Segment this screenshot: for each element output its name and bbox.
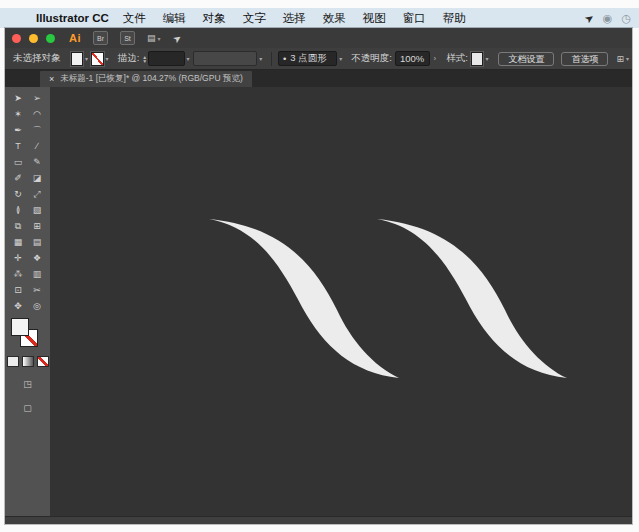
zoom-window-button[interactable] — [46, 34, 55, 43]
selection-tool[interactable]: ➤ — [9, 90, 28, 106]
free-transform-tool[interactable]: ▧ — [28, 202, 47, 218]
stroke-weight-stepper[interactable]: ▲ ▼ — [142, 55, 147, 63]
traffic-lights — [12, 34, 55, 43]
stock-icon[interactable]: St — [120, 31, 135, 45]
perspective-grid-tool[interactable]: ⊞ — [28, 218, 47, 234]
gradient-mode-button[interactable] — [22, 356, 34, 367]
stroke-chevron-icon[interactable]: ▾ — [106, 55, 109, 62]
close-window-button[interactable] — [12, 34, 21, 43]
fill-stroke-swatches — [5, 318, 50, 352]
menubar-status-icons: ➤ ◉ ◷ — [585, 12, 631, 25]
rectangle-tool[interactable]: ▭ — [9, 154, 28, 170]
bridge-icon[interactable]: Br — [93, 31, 108, 45]
status-bar — [5, 516, 632, 524]
lasso-tool[interactable]: ◠ — [28, 106, 47, 122]
rotate-tool[interactable]: ↻ — [9, 186, 28, 202]
variable-width-profile-dropdown[interactable] — [193, 51, 258, 66]
paintbrush-tool[interactable]: ✎ — [28, 154, 47, 170]
menu-item-4[interactable]: 选择 — [283, 11, 306, 26]
location-arrow-icon[interactable]: ➤ — [582, 10, 597, 26]
eraser-tool[interactable]: ◪ — [28, 170, 47, 186]
style-chevron-icon[interactable]: ▾ — [485, 55, 488, 62]
close-tab-icon[interactable]: × — [49, 74, 54, 84]
swoosh-shape-1[interactable] — [207, 216, 401, 382]
menu-item-7[interactable]: 窗口 — [403, 11, 426, 26]
menu-item-6[interactable]: 视图 — [363, 11, 386, 26]
fill-color-swatch[interactable] — [71, 52, 84, 66]
pen-tool[interactable]: ✒ — [9, 122, 28, 138]
mesh-tool[interactable]: ▦ — [9, 234, 28, 250]
work-area: ➤➢✶◠✒⌒T∕▭✎✐◪↻⤢≬▧⧉⊞▦▤✛❖⁂▥⊡✂✥◎ ◳ ▢ — [5, 87, 632, 517]
menu-item-0[interactable]: 文件 — [123, 11, 146, 26]
app-menu-illustrator[interactable]: Illustrator CC — [36, 12, 109, 24]
line-segment-tool[interactable]: ∕ — [28, 138, 47, 154]
preferences-button[interactable]: 首选项 — [561, 52, 608, 66]
document-tab-bar: × 未标题-1 [已恢复]* @ 104.27% (RGB/GPU 预览) — [5, 70, 632, 87]
symbol-sprayer-tool[interactable]: ⁂ — [9, 266, 28, 282]
document-setup-button[interactable]: 文档设置 — [498, 52, 554, 66]
stroke-color-none-swatch[interactable] — [91, 52, 104, 66]
curvature-tool[interactable]: ⌒ — [28, 122, 47, 138]
profile-chevron-icon[interactable]: ▾ — [259, 55, 262, 62]
align-options-icon[interactable]: ⊞ — [616, 54, 624, 64]
minimize-window-button[interactable] — [29, 34, 38, 43]
eyedropper-tool[interactable]: ✛ — [9, 250, 28, 266]
pencil-tool[interactable]: ✐ — [9, 170, 28, 186]
opacity-disclose-icon[interactable]: › — [434, 54, 437, 63]
swatch-mode-buttons — [5, 356, 50, 367]
menu-bar: Illustrator CC 文件编辑对象文字选择效果视图窗口帮助 ➤ ◉ ◷ — [0, 8, 639, 28]
screen-mode-icon[interactable]: ▢ — [23, 403, 32, 413]
menu-item-1[interactable]: 编辑 — [163, 11, 186, 26]
document-tab[interactable]: × 未标题-1 [已恢复]* @ 104.27% (RGB/GPU 预览) — [40, 71, 252, 87]
opacity-input[interactable]: 100% — [395, 51, 430, 66]
artboard-canvas[interactable] — [50, 87, 632, 517]
shape-builder-tool[interactable]: ⧉ — [9, 218, 28, 234]
column-graph-tool[interactable]: ▥ — [28, 266, 47, 282]
artboard-tool[interactable]: ⊡ — [9, 282, 28, 298]
window-title-bar: Ai Br St ▤ ▾ ➤ — [5, 28, 632, 48]
stepper-down-icon[interactable]: ▼ — [142, 59, 147, 63]
share-icon[interactable]: ➤ — [170, 31, 183, 45]
width-tool[interactable]: ≬ — [9, 202, 28, 218]
drawing-modes-icon[interactable]: ◳ — [23, 379, 32, 389]
color-mode-button[interactable] — [7, 356, 19, 367]
swoosh-shape-2[interactable] — [375, 216, 569, 382]
style-label: 样式: — [446, 52, 468, 65]
brush-definition-dropdown[interactable]: • 3 点圆形 — [278, 51, 337, 66]
zoom-tool[interactable]: ◎ — [28, 298, 47, 314]
stroke-weight-chevron-icon[interactable]: ▾ — [187, 55, 190, 62]
menu-item-8[interactable]: 帮助 — [443, 11, 466, 26]
direct-selection-tool[interactable]: ➢ — [28, 90, 47, 106]
brush-chevron-icon[interactable]: ▾ — [339, 55, 342, 62]
hand-tool[interactable]: ✥ — [9, 298, 28, 314]
menu-item-3[interactable]: 文字 — [243, 11, 266, 26]
slice-tool[interactable]: ✂ — [28, 282, 47, 298]
tools-panel: ➤➢✶◠✒⌒T∕▭✎✐◪↻⤢≬▧⧉⊞▦▤✛❖⁂▥⊡✂✥◎ ◳ ▢ — [5, 87, 50, 517]
stroke-weight-input[interactable] — [148, 51, 184, 66]
opacity-label: 不透明度: — [351, 52, 392, 65]
tool-grid: ➤➢✶◠✒⌒T∕▭✎✐◪↻⤢≬▧⧉⊞▦▤✛❖⁂▥⊡✂✥◎ — [5, 87, 50, 314]
app-window: Ai Br St ▤ ▾ ➤ 未选择对象 ▾ ▾ 描边: ▲ ▼ ▾ ▾ — [5, 28, 632, 524]
fill-chevron-icon[interactable]: ▾ — [85, 55, 88, 62]
swoosh-path-1 — [209, 219, 399, 378]
blend-tool[interactable]: ❖ — [28, 250, 47, 266]
swoosh-path-2 — [377, 219, 567, 378]
stroke-weight-label: 描边: — [118, 52, 140, 65]
gradient-tool[interactable]: ▤ — [28, 234, 47, 250]
control-bar: 未选择对象 ▾ ▾ 描边: ▲ ▼ ▾ ▾ • 3 点圆形 ▾ 不透明度: 10… — [5, 48, 632, 70]
brush-bullet-icon: • — [283, 53, 286, 64]
siri-icon[interactable]: ◉ — [603, 12, 613, 25]
menu-item-5[interactable]: 效果 — [323, 11, 346, 26]
align-chevron-icon[interactable]: ▾ — [626, 55, 629, 62]
time-machine-icon[interactable]: ◷ — [621, 12, 631, 25]
ai-logo: Ai — [69, 32, 81, 44]
workspace-chevron-icon[interactable]: ▾ — [158, 35, 161, 42]
fill-swatch[interactable] — [11, 318, 29, 336]
magic-wand-tool[interactable]: ✶ — [9, 106, 28, 122]
style-swatch[interactable] — [471, 52, 484, 66]
menu-item-2[interactable]: 对象 — [203, 11, 226, 26]
type-tool[interactable]: T — [9, 138, 28, 154]
workspace-switcher-icon[interactable]: ▤ — [147, 33, 156, 43]
scale-tool[interactable]: ⤢ — [28, 186, 47, 202]
none-mode-button[interactable] — [37, 356, 49, 367]
